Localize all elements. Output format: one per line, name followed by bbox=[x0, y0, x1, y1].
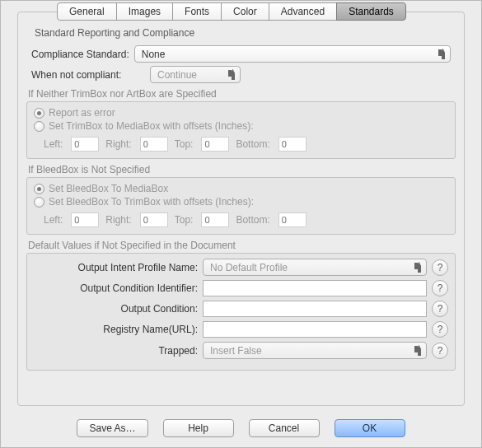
bleedbox-panel: Set BleedBox To MediaBox Set BleedBox To… bbox=[26, 177, 456, 235]
trimbox-bottom-label: Bottom: bbox=[236, 138, 269, 150]
trimbox-top-label: Top: bbox=[175, 138, 194, 150]
chevron-up-down-icon: ▲▼ bbox=[439, 48, 447, 59]
bleedbox-bottom-label: Bottom: bbox=[236, 214, 269, 226]
radio-set-trimbox-mediabox-label: Set TrimBox to MediaBox with offsets (In… bbox=[49, 120, 254, 132]
trimbox-top-input[interactable] bbox=[201, 137, 229, 152]
defaults-section-title: Default Values if Not Specified in the D… bbox=[28, 240, 456, 251]
preferences-window: General Images Fonts Color Advanced Stan… bbox=[0, 0, 482, 448]
tab-advanced[interactable]: Advanced bbox=[269, 2, 337, 21]
cancel-button[interactable]: Cancel bbox=[249, 419, 320, 437]
radio-bleedbox-mediabox-label: Set BleedBox To MediaBox bbox=[49, 183, 168, 194]
when-not-compliant-label: When not compliant: bbox=[31, 69, 150, 81]
tab-color[interactable]: Color bbox=[221, 2, 269, 21]
output-intent-profile-value: No Default Profile bbox=[210, 262, 288, 273]
ok-button[interactable]: OK bbox=[335, 419, 405, 437]
bleedbox-right-label: Right: bbox=[105, 214, 131, 226]
trimbox-section-title: If Neither TrimBox nor ArtBox are Specif… bbox=[28, 88, 456, 100]
registry-name-label: Registry Name(URL): bbox=[34, 324, 203, 335]
output-condition-label: Output Condition: bbox=[34, 303, 203, 315]
trimbox-bottom-input[interactable] bbox=[278, 137, 307, 152]
bleedbox-bottom-input[interactable] bbox=[278, 212, 307, 227]
help-registry-button[interactable]: ? bbox=[432, 321, 448, 338]
tab-general[interactable]: General bbox=[57, 2, 117, 21]
tab-fonts[interactable]: Fonts bbox=[172, 2, 222, 21]
trimbox-left-label: Left: bbox=[44, 138, 63, 150]
when-not-compliant-value: Continue bbox=[157, 69, 197, 81]
radio-bleedbox-trimbox[interactable] bbox=[34, 197, 44, 208]
bleedbox-left-label: Left: bbox=[44, 214, 63, 226]
compliance-standard-label: Compliance Standard: bbox=[31, 49, 134, 60]
bleedbox-right-input[interactable] bbox=[140, 212, 168, 227]
bleedbox-section-title: If BleedBox is Not Specified bbox=[28, 164, 456, 175]
group-title: Standard Reporting and Compliance bbox=[31, 27, 198, 39]
output-intent-profile-select[interactable]: No Default Profile ▲▼ bbox=[203, 259, 427, 276]
chevron-up-down-icon: ▲▼ bbox=[415, 261, 423, 273]
tab-images[interactable]: Images bbox=[116, 2, 173, 21]
when-not-compliant-select[interactable]: Continue ▲▼ bbox=[150, 66, 241, 83]
standards-group: Standard Reporting and Compliance Compli… bbox=[17, 12, 465, 406]
compliance-standard-select[interactable]: None ▲▼ bbox=[134, 45, 451, 63]
tab-standards[interactable]: Standards bbox=[336, 2, 406, 21]
output-intent-profile-label: Output Intent Profile Name: bbox=[34, 262, 203, 273]
radio-bleedbox-mediabox[interactable] bbox=[34, 184, 44, 194]
output-condition-input[interactable] bbox=[203, 301, 427, 317]
help-trapped-button[interactable]: ? bbox=[432, 343, 448, 359]
help-condition-id-button[interactable]: ? bbox=[432, 280, 448, 296]
tab-bar: General Images Fonts Color Advanced Stan… bbox=[57, 2, 432, 21]
output-condition-id-input[interactable] bbox=[203, 280, 427, 296]
save-as-button[interactable]: Save As… bbox=[77, 419, 147, 437]
trapped-select[interactable]: Insert False ▲▼ bbox=[203, 342, 427, 359]
chevron-up-down-icon: ▲▼ bbox=[415, 344, 423, 356]
help-button[interactable]: Help bbox=[163, 419, 234, 437]
compliance-standard-value: None bbox=[142, 49, 166, 60]
chevron-up-down-icon: ▲▼ bbox=[229, 68, 236, 80]
trimbox-left-input[interactable] bbox=[71, 137, 99, 152]
output-condition-id-label: Output Condition Identifier: bbox=[34, 282, 203, 294]
registry-name-input[interactable] bbox=[203, 321, 427, 338]
help-profile-button[interactable]: ? bbox=[432, 259, 448, 276]
trimbox-right-input[interactable] bbox=[140, 137, 168, 152]
radio-report-as-error-label: Report as error bbox=[49, 107, 115, 119]
bleedbox-left-input[interactable] bbox=[71, 212, 99, 227]
button-bar: Save As… Help Cancel OK bbox=[1, 419, 481, 437]
bleedbox-top-input[interactable] bbox=[201, 212, 229, 227]
defaults-panel: Output Intent Profile Name: No Default P… bbox=[26, 253, 456, 371]
help-condition-button[interactable]: ? bbox=[432, 301, 448, 317]
trapped-value: Insert False bbox=[210, 345, 262, 357]
radio-set-trimbox-mediabox[interactable] bbox=[34, 121, 44, 132]
radio-report-as-error[interactable] bbox=[34, 108, 44, 119]
bleedbox-top-label: Top: bbox=[175, 214, 194, 226]
radio-bleedbox-trimbox-label: Set BleedBox To TrimBox with offsets (In… bbox=[49, 196, 254, 208]
trimbox-right-label: Right: bbox=[105, 138, 131, 150]
trapped-label: Trapped: bbox=[34, 345, 203, 357]
trimbox-panel: Report as error Set TrimBox to MediaBox … bbox=[26, 101, 456, 159]
